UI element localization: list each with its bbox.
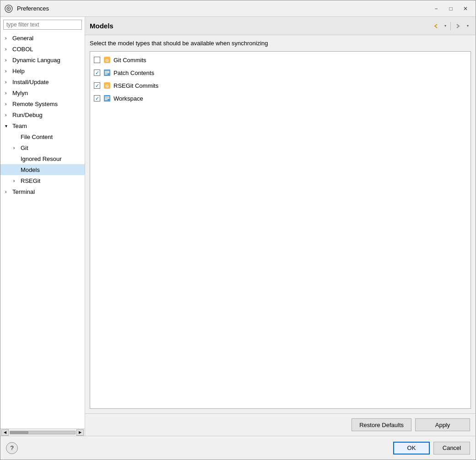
- close-button[interactable]: ✕: [459, 4, 472, 14]
- maximize-button[interactable]: □: [444, 4, 457, 14]
- back-icon: [433, 23, 439, 29]
- svg-rect-6: [105, 71, 109, 72]
- sidebar-item-terminal[interactable]: ›Terminal: [0, 186, 85, 197]
- sidebar-item-label: Remote Systems: [12, 101, 58, 107]
- sidebar-item-label: Models: [21, 166, 40, 173]
- collapse-arrow: ›: [5, 91, 11, 96]
- forward-button[interactable]: [453, 21, 464, 32]
- sidebar-item-mylyn[interactable]: ›Mylyn: [0, 87, 85, 98]
- cancel-button[interactable]: Cancel: [433, 442, 470, 455]
- sidebar-item-dynamic-language[interactable]: ›Dynamic Languag: [0, 54, 85, 65]
- collapse-arrow: ›: [5, 47, 11, 52]
- svg-rect-13: [105, 98, 109, 99]
- collapse-arrow: ›: [5, 58, 11, 63]
- sidebar-item-help[interactable]: ›Help: [0, 65, 85, 76]
- collapse-arrow: ›: [5, 112, 11, 118]
- sidebar-item-label: Git: [21, 144, 28, 151]
- sidebar: ›General›COBOL›Dynamic Languag›Help›Inst…: [0, 17, 85, 436]
- sidebar-item-label: Ignored Resour: [21, 155, 62, 162]
- model-label-patch-contents: Patch Contents: [114, 70, 154, 76]
- model-label-git-commits: Git Commits: [114, 57, 146, 64]
- apply-button[interactable]: Apply: [415, 418, 470, 431]
- sidebar-item-label: General: [12, 35, 33, 42]
- scroll-thumb[interactable]: [10, 431, 28, 434]
- sidebar-item-git[interactable]: ›Git: [0, 142, 85, 153]
- sidebar-item-label: File Content: [21, 134, 53, 140]
- sidebar-item-ignored-resources[interactable]: Ignored Resour: [0, 153, 85, 164]
- model-item-patch-contents[interactable]: ✓ Patch Contents: [90, 66, 471, 79]
- forward-dropdown-button[interactable]: ▾: [465, 21, 471, 32]
- model-item-git-commits[interactable]: G Git Commits: [90, 53, 471, 66]
- model-checkbox-patch-contents[interactable]: ✓: [94, 70, 100, 76]
- sidebar-item-cobol[interactable]: ›COBOL: [0, 43, 85, 54]
- model-checkbox-git-commits[interactable]: [94, 57, 100, 63]
- model-checkbox-rsegit-commits[interactable]: ✓: [94, 82, 100, 89]
- model-icon-workspace: [103, 94, 111, 102]
- panel-description: Select the model types that should be av…: [90, 40, 471, 47]
- panel-header: Models ▾ ▾: [85, 17, 476, 35]
- model-icon-patch-contents: [103, 69, 111, 77]
- collapse-arrow: ›: [5, 36, 11, 41]
- back-dropdown-button[interactable]: ▾: [442, 21, 449, 32]
- scroll-track: [10, 431, 76, 434]
- svg-rect-7: [105, 72, 109, 73]
- panel-body: Select the model types that should be av…: [85, 35, 476, 413]
- model-checkbox-workspace[interactable]: ✓: [94, 95, 100, 102]
- collapse-arrow: ›: [5, 189, 11, 194]
- model-icon-rsegit-commits: G: [103, 81, 111, 90]
- patch-icon: [103, 69, 111, 76]
- model-item-rsegit-commits[interactable]: ✓ G RSEGit Commits: [90, 79, 471, 92]
- sidebar-item-label: RSEGit: [21, 177, 40, 184]
- collapse-arrow: ›: [5, 80, 11, 85]
- sidebar-item-label: Dynamic Languag: [12, 57, 60, 64]
- collapse-arrow: ›: [5, 69, 11, 74]
- sidebar-item-label: Help: [12, 68, 25, 75]
- workspace-icon: [103, 95, 111, 102]
- filter-input[interactable]: [3, 20, 82, 30]
- git-icon: G: [103, 56, 111, 64]
- sidebar-scrollbar[interactable]: ◀ ▶: [0, 428, 85, 436]
- expand-arrow: ▾: [5, 123, 11, 128]
- collapse-arrow: ›: [13, 178, 19, 183]
- collapse-arrow: ›: [13, 145, 19, 150]
- svg-text:G: G: [105, 58, 108, 63]
- scroll-left-button[interactable]: ◀: [1, 429, 9, 436]
- svg-point-2: [8, 8, 10, 9]
- back-button[interactable]: [430, 21, 441, 32]
- sidebar-item-run-debug[interactable]: ›Run/Debug: [0, 109, 85, 120]
- sidebar-item-label: COBOL: [12, 46, 33, 53]
- sidebar-item-file-content[interactable]: File Content: [0, 131, 85, 142]
- title-bar: Preferences − □ ✕: [0, 0, 476, 17]
- panel-footer: Restore Defaults Apply: [85, 413, 476, 436]
- dialog-footer-left: ?: [6, 442, 18, 454]
- git-icon: G: [103, 82, 111, 89]
- model-label-workspace: Workspace: [114, 95, 143, 102]
- sidebar-item-label: Terminal: [12, 188, 35, 195]
- window-title: Preferences: [17, 5, 430, 12]
- minimize-button[interactable]: −: [430, 4, 443, 14]
- ok-button[interactable]: OK: [393, 442, 430, 455]
- sidebar-item-remote-systems[interactable]: ›Remote Systems: [0, 98, 85, 109]
- right-panel: Models ▾ ▾ Select the model types that: [85, 17, 476, 436]
- sidebar-item-general[interactable]: ›General: [0, 32, 85, 43]
- sidebar-item-rsegit[interactable]: ›RSEGit: [0, 175, 85, 186]
- sidebar-item-label: Mylyn: [12, 90, 28, 96]
- help-button[interactable]: ?: [6, 442, 18, 454]
- sidebar-item-install-update[interactable]: ›Install/Update: [0, 76, 85, 87]
- svg-rect-12: [105, 96, 109, 97]
- scroll-right-button[interactable]: ▶: [76, 429, 84, 436]
- collapse-arrow: ›: [5, 102, 11, 107]
- sidebar-item-label: Run/Debug: [12, 112, 43, 118]
- restore-defaults-button[interactable]: Restore Defaults: [352, 418, 411, 431]
- forward-icon: [455, 23, 461, 29]
- app-icon: [4, 4, 13, 13]
- sidebar-item-label: Team: [12, 123, 27, 129]
- panel-toolbar: ▾ ▾: [430, 21, 471, 32]
- dialog-footer: ? OK Cancel: [0, 436, 476, 460]
- dialog-footer-right: OK Cancel: [393, 442, 470, 455]
- tree-area: ›General›COBOL›Dynamic Languag›Help›Inst…: [0, 32, 85, 428]
- sidebar-item-team[interactable]: ▾Team: [0, 120, 85, 131]
- model-icon-git-commits: G: [103, 56, 111, 64]
- sidebar-item-models[interactable]: Models: [0, 164, 85, 175]
- model-item-workspace[interactable]: ✓ Workspace: [90, 92, 471, 105]
